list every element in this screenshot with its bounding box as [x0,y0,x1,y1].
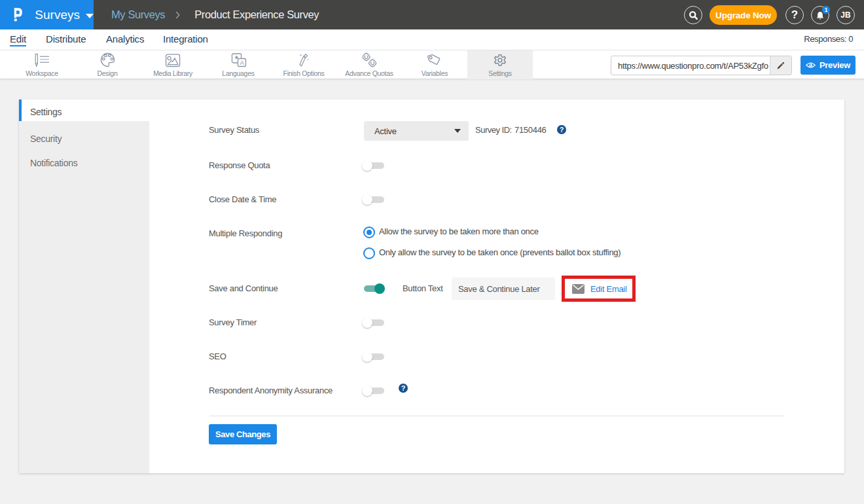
svg-text:A: A [240,59,244,66]
